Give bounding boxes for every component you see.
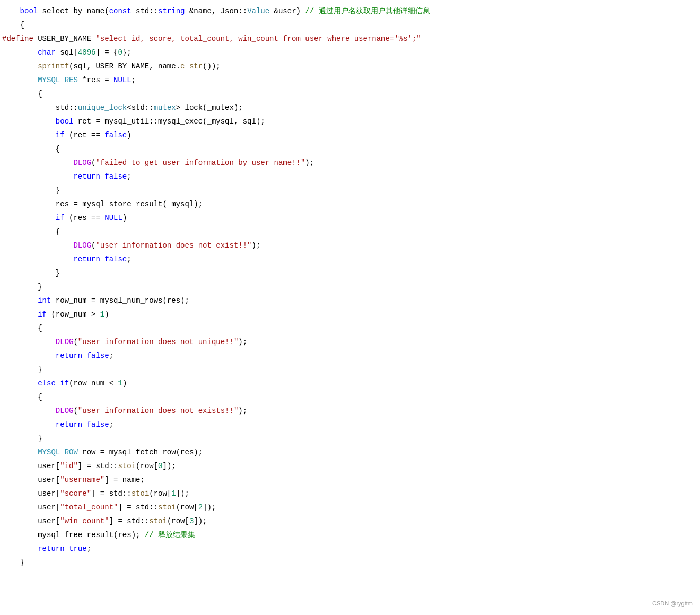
code-line: DLOG("user information does not unique!!… xyxy=(0,336,700,350)
code-segment: USER_BY_NAME xyxy=(33,34,96,43)
code-segment: // 通过用户名获取用户其他详细信息 xyxy=(305,7,430,15)
code-segment: > lock(_mutex); xyxy=(176,103,243,112)
code-line: { xyxy=(0,322,700,336)
code-segment: DLOG xyxy=(73,241,91,250)
code-segment: 1 xyxy=(118,379,122,388)
code-line: user["username"] = name; xyxy=(0,474,700,488)
code-line: return true; xyxy=(0,543,700,557)
code-line: MYSQL_RES *res = NULL; xyxy=(0,74,700,88)
code-editor: bool select_by_name(const std::string &n… xyxy=(0,0,700,615)
code-line: } xyxy=(0,364,700,377)
code-line: DLOG("user information does not exist!!"… xyxy=(0,240,700,253)
watermark-text: CSDN @rygttm xyxy=(652,599,693,609)
code-segment: DLOG xyxy=(56,407,74,415)
code-segment: } xyxy=(56,186,60,195)
code-segment: ] = std:: xyxy=(78,462,118,470)
code-segment: (row_num > xyxy=(47,310,100,319)
code-line: { xyxy=(0,143,700,157)
code-line: user["score"] = std::stoi(row[1]); xyxy=(0,488,700,502)
code-segment: false xyxy=(104,255,127,263)
code-line: return false; xyxy=(0,350,700,364)
code-segment: } xyxy=(38,365,42,374)
code-segment: mysql_free_result(res); xyxy=(38,531,145,539)
code-segment: } xyxy=(56,269,60,277)
code-line: MYSQL_ROW row = mysql_fetch_row(res); xyxy=(0,446,700,460)
code-segment: ]); xyxy=(163,462,176,470)
code-segment: "failed to get user information by user … xyxy=(95,159,305,167)
code-segment: <std:: xyxy=(127,103,153,112)
code-line: DLOG("failed to get user information by … xyxy=(0,157,700,171)
code-line: if (ret == false) xyxy=(0,129,700,143)
code-segment: ; xyxy=(109,352,113,360)
code-segment: { xyxy=(20,21,24,29)
code-segment: char xyxy=(38,48,56,57)
code-line: std::unique_lock<std::mutex> lock(_mutex… xyxy=(0,102,700,116)
code-segment: "user information does not exist!!" xyxy=(95,241,251,250)
code-segment: } xyxy=(38,434,42,443)
code-segment: DLOG xyxy=(73,159,91,167)
code-segment: if xyxy=(38,310,47,319)
code-segment: stoi xyxy=(158,503,176,512)
code-segment: ]); xyxy=(194,517,207,525)
code-segment xyxy=(82,352,86,360)
code-segment: ; xyxy=(127,255,131,263)
code-segment: "select id, score, total_count, win_coun… xyxy=(95,34,421,43)
code-segment: user[ xyxy=(38,503,60,512)
code-segment: ; xyxy=(109,420,113,429)
code-segment: MYSQL_RES xyxy=(38,76,78,84)
code-segment: false xyxy=(87,420,109,429)
code-line: if (res == NULL) xyxy=(0,212,700,226)
code-segment: sql[ xyxy=(56,48,78,57)
code-segment xyxy=(82,420,86,429)
code-segment: ] = std:: xyxy=(109,517,150,525)
code-segment: ; xyxy=(132,76,136,84)
code-segment: select_by_name( xyxy=(38,7,109,15)
code-segment: if xyxy=(60,379,69,388)
code-segment: c_str xyxy=(180,62,203,71)
code-segment: { xyxy=(56,145,60,153)
code-segment: MYSQL_ROW xyxy=(38,448,78,456)
code-segment: "user information does not exists!!" xyxy=(78,407,238,415)
code-segment xyxy=(100,172,104,181)
code-segment: res = mysql_store_result(_mysql); xyxy=(56,200,203,208)
code-segment: Value xyxy=(247,7,269,15)
code-segment: DLOG xyxy=(56,338,74,346)
code-segment: int xyxy=(38,296,51,305)
code-segment: std:: xyxy=(56,103,78,112)
code-segment: } xyxy=(38,283,42,291)
code-segment: row = mysql_fetch_row(res); xyxy=(78,448,203,456)
code-segment: stoi xyxy=(132,489,150,498)
code-segment: false xyxy=(87,352,109,360)
code-segment: std:: xyxy=(132,7,158,15)
code-segment: (row[ xyxy=(149,489,171,498)
code-segment: NULL xyxy=(113,76,132,84)
code-line: int row_num = mysql_num_rows(res); xyxy=(0,295,700,309)
code-line: } xyxy=(0,557,700,570)
code-segment: ) xyxy=(122,214,127,222)
code-segment: return xyxy=(38,544,64,553)
code-line: { xyxy=(0,226,700,240)
code-segment: ] = { xyxy=(95,48,118,57)
code-segment: "total_count" xyxy=(60,503,118,512)
code-line: user["id"] = std::stoi(row[0]); xyxy=(0,460,700,474)
code-segment: (row_num < xyxy=(69,379,118,388)
code-segment: return xyxy=(56,420,82,429)
code-line: } xyxy=(0,433,700,446)
code-segment: ( xyxy=(73,338,77,346)
code-segment: ); xyxy=(305,159,314,167)
code-segment: 1 xyxy=(100,310,104,319)
code-segment: sprintf xyxy=(38,62,69,71)
code-segment: } xyxy=(20,558,24,567)
code-segment: ( xyxy=(73,407,77,415)
code-segment: stoi xyxy=(149,517,167,525)
code-segment: ()); xyxy=(203,62,221,71)
code-segment: ) xyxy=(127,131,131,139)
code-segment: *res = xyxy=(78,76,113,84)
code-segment: ); xyxy=(252,241,261,250)
code-segment: user[ xyxy=(38,517,60,525)
code-segment: }; xyxy=(122,48,132,57)
code-segment: { xyxy=(38,90,42,98)
code-segment: string xyxy=(158,7,185,15)
code-segment: 0 xyxy=(158,462,162,470)
code-segment: (ret == xyxy=(65,131,105,139)
